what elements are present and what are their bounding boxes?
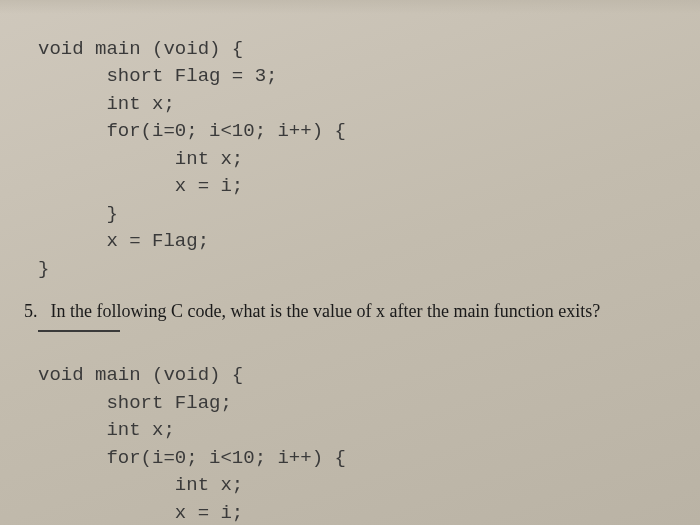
question-text: In the following C code, what is the val… [51, 301, 601, 321]
code-line: short Flag = 3; [38, 65, 277, 87]
code-line: int x; [38, 419, 175, 441]
code-line: } [38, 203, 118, 225]
code-block-top: void main (void) { short Flag = 3; int x… [38, 8, 676, 283]
horizontal-rule [38, 330, 120, 332]
code-line: x = i; [38, 502, 243, 524]
code-line: int x; [38, 93, 175, 115]
code-line: void main (void) { [38, 364, 243, 386]
code-line: x = i; [38, 175, 243, 197]
code-line: short Flag; [38, 392, 232, 414]
question-line: 5. In the following C code, what is the … [24, 301, 676, 322]
code-line: for(i=0; i<10; i++) { [38, 120, 346, 142]
question-number: 5. [24, 301, 46, 322]
code-line: for(i=0; i<10; i++) { [38, 447, 346, 469]
code-line: } [38, 258, 49, 280]
code-block-bottom: void main (void) { short Flag; int x; fo… [38, 334, 676, 525]
code-line: x = Flag; [38, 230, 209, 252]
code-line: int x; [38, 474, 243, 496]
code-line: int x; [38, 148, 243, 170]
code-line: void main (void) { [38, 38, 243, 60]
worksheet-page: void main (void) { short Flag = 3; int x… [0, 0, 700, 525]
